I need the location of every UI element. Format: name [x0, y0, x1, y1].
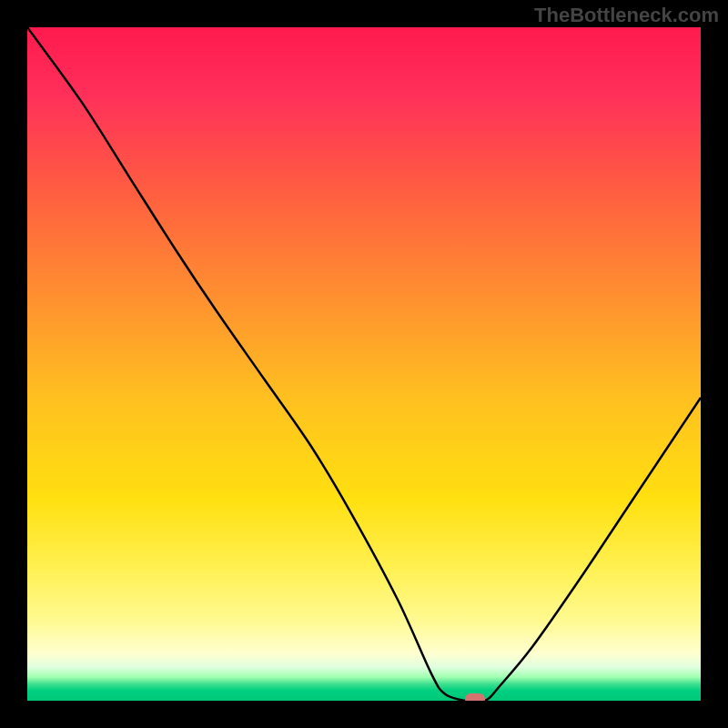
- bottleneck-curve: [27, 27, 701, 701]
- optimal-marker: [465, 693, 485, 701]
- curve-svg: [27, 27, 701, 701]
- plot-area: [27, 27, 701, 701]
- watermark-text: TheBottleneck.com: [534, 4, 719, 27]
